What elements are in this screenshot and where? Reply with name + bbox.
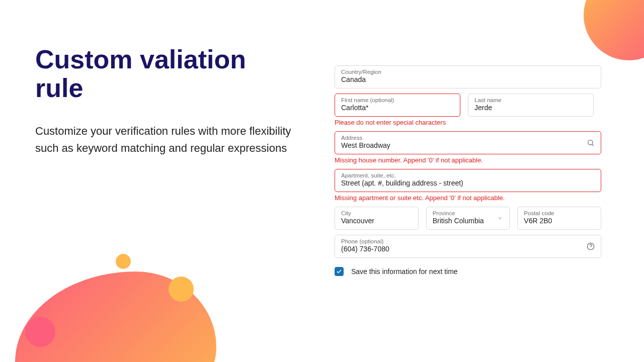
address-error: Missing house number. Append '0' if not … bbox=[335, 156, 601, 164]
postal-value: V6R 2B0 bbox=[524, 217, 552, 225]
phone-value: (604) 736-7080 bbox=[341, 245, 389, 253]
heading-section: Custom valiation rule Customize your ver… bbox=[35, 45, 297, 157]
decorative-dot-pink bbox=[25, 317, 55, 347]
postal-field[interactable]: Postal code V6R 2B0 bbox=[517, 207, 601, 230]
address-value: West Broadway bbox=[341, 141, 390, 149]
country-value: Canada bbox=[341, 75, 366, 83]
country-label: Country/Region bbox=[341, 69, 595, 75]
decorative-dot-orange-medium bbox=[169, 277, 194, 302]
apartment-label: Apartment, suite, etc. bbox=[341, 172, 595, 178]
address-label: Address bbox=[341, 135, 595, 141]
apartment-error: Missing apartment or suite etc. Append '… bbox=[335, 194, 601, 202]
last-name-field[interactable]: Last name Jerde bbox=[468, 94, 594, 117]
page-title: Custom valiation rule bbox=[35, 45, 297, 103]
page-subtitle: Customize your verification rules with m… bbox=[35, 123, 297, 157]
first-name-label: First name (optional) bbox=[341, 97, 454, 103]
postal-label: Postal code bbox=[524, 210, 595, 216]
last-name-label: Last name bbox=[474, 97, 587, 103]
first-name-error: Please do not enter special characters bbox=[335, 119, 601, 126]
save-info-checkbox[interactable] bbox=[335, 267, 344, 276]
first-name-value: Carlotta* bbox=[341, 104, 368, 112]
address-form: Country/Region Canada First name (option… bbox=[335, 65, 601, 276]
decorative-dot-orange-small bbox=[116, 254, 131, 269]
city-value: Vancouver bbox=[341, 217, 374, 225]
svg-point-0 bbox=[588, 140, 593, 145]
address-field[interactable]: Address West Broadway bbox=[335, 131, 601, 154]
city-field[interactable]: City Vancouver bbox=[335, 207, 419, 230]
save-info-row[interactable]: Save this information for next time bbox=[335, 267, 601, 276]
chevron-down-icon bbox=[497, 215, 503, 221]
province-label: Province bbox=[433, 210, 504, 216]
decorative-blob-top bbox=[584, 0, 644, 60]
apartment-value: Street (apt. #, building address - stree… bbox=[341, 179, 463, 187]
city-label: City bbox=[341, 210, 412, 216]
last-name-value: Jerde bbox=[474, 104, 492, 112]
phone-label: Phone (optional) bbox=[341, 238, 595, 244]
phone-field[interactable]: Phone (optional) (604) 736-7080 bbox=[335, 235, 601, 258]
save-info-label: Save this information for next time bbox=[351, 267, 458, 276]
help-icon[interactable] bbox=[587, 242, 595, 250]
province-value: British Columbia bbox=[433, 217, 484, 225]
search-icon bbox=[587, 139, 595, 147]
country-field[interactable]: Country/Region Canada bbox=[335, 65, 601, 88]
apartment-field[interactable]: Apartment, suite, etc. Street (apt. #, b… bbox=[335, 169, 601, 192]
svg-line-1 bbox=[592, 144, 594, 146]
province-field[interactable]: Province British Columbia bbox=[426, 207, 510, 230]
first-name-field[interactable]: First name (optional) Carlotta* bbox=[335, 94, 460, 117]
